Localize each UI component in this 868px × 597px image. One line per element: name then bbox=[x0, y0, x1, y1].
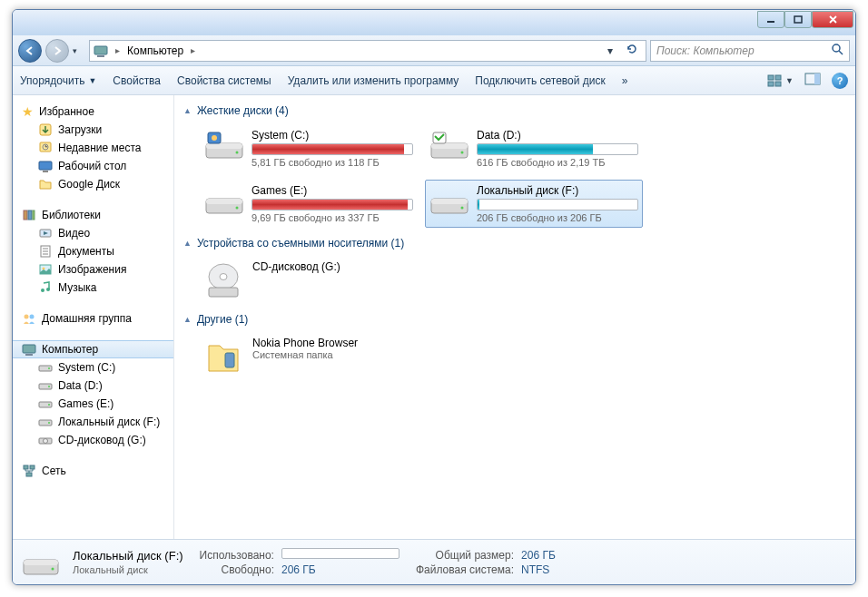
section-other[interactable]: ▲ Другие (1) bbox=[183, 313, 846, 326]
desktop-icon bbox=[38, 159, 53, 173]
status-used-bar bbox=[281, 548, 399, 559]
svg-rect-6 bbox=[768, 75, 774, 80]
section-removable[interactable]: ▲ Устройства со съемными носителями (1) bbox=[183, 237, 846, 250]
sidebar-computer[interactable]: Компьютер bbox=[13, 340, 173, 358]
network-icon bbox=[22, 464, 36, 478]
documents-icon bbox=[38, 244, 53, 259]
drive-usage-bar bbox=[477, 199, 638, 210]
drive-name: System (C:) bbox=[252, 129, 413, 142]
sidebar-favorites[interactable]: ★ Избранное bbox=[13, 103, 173, 121]
organize-menu[interactable]: Упорядочить ▼ bbox=[20, 74, 96, 87]
drive-icon bbox=[22, 547, 60, 578]
help-icon[interactable]: ? bbox=[832, 73, 848, 89]
forward-button[interactable] bbox=[45, 39, 69, 63]
sidebar-homegroup[interactable]: Домашняя группа bbox=[13, 309, 173, 328]
nav-pane: ★ Избранное Загрузки Недавние места Рабо… bbox=[13, 95, 174, 539]
breadcrumb-computer[interactable]: Компьютер bbox=[127, 44, 183, 57]
drive-tile[interactable]: Games (E:) 9,69 ГБ свободно из 337 ГБ bbox=[200, 180, 418, 228]
breadcrumb-separator-icon: ▸ bbox=[189, 45, 197, 55]
view-options-button[interactable]: ▼ bbox=[767, 74, 794, 87]
minimize-button[interactable] bbox=[757, 11, 784, 28]
status-fs-label: Файловая система: bbox=[416, 563, 514, 576]
svg-rect-44 bbox=[30, 465, 35, 469]
preview-pane-button[interactable] bbox=[804, 73, 821, 88]
svg-rect-59 bbox=[431, 199, 468, 204]
svg-rect-0 bbox=[767, 21, 774, 23]
drive-icon bbox=[204, 129, 244, 161]
sidebar-item-videos[interactable]: Видео bbox=[13, 224, 173, 242]
address-history-dropdown[interactable]: ▾ bbox=[604, 44, 616, 57]
sidebar-item-downloads[interactable]: Загрузки bbox=[13, 121, 173, 139]
drive-tile[interactable]: Локальный диск (F:) 206 ГБ свободно из 2… bbox=[425, 180, 643, 228]
sidebar-item-drive-c[interactable]: System (C:) bbox=[13, 358, 173, 377]
properties-button[interactable]: Свойства bbox=[113, 74, 161, 87]
sidebar-item-desktop[interactable]: Рабочий стол bbox=[13, 157, 173, 175]
sidebar-item-music[interactable]: Музыка bbox=[13, 279, 173, 297]
refresh-icon[interactable] bbox=[622, 43, 642, 58]
device-name: CD-дисковод (G:) bbox=[252, 260, 340, 273]
sidebar-item-drive-e[interactable]: Games (E:) bbox=[13, 395, 173, 413]
sidebar-item-pictures[interactable]: Изображения bbox=[13, 260, 173, 279]
svg-point-27 bbox=[41, 289, 44, 292]
drive-icon bbox=[38, 360, 53, 375]
removable-device[interactable]: CD-дисковод (G:) bbox=[200, 257, 846, 304]
status-drive-type: Локальный диск bbox=[73, 564, 183, 575]
drive-free-text: 9,69 ГБ свободно из 337 ГБ bbox=[252, 212, 413, 223]
search-placeholder: Поиск: Компьютер bbox=[656, 44, 755, 57]
status-total-value: 206 ГБ bbox=[521, 549, 556, 562]
libraries-icon bbox=[22, 208, 36, 222]
video-icon bbox=[38, 226, 53, 240]
nav-history-dropdown[interactable]: ▾ bbox=[73, 46, 85, 55]
status-free-value: 206 ГБ bbox=[281, 563, 399, 576]
drive-icon bbox=[429, 129, 469, 161]
recent-icon bbox=[38, 141, 53, 155]
sidebar-item-drive-d[interactable]: Data (D:) bbox=[13, 377, 173, 395]
details-pane: Локальный диск (F:) Локальный диск Испол… bbox=[13, 539, 855, 584]
drive-name: Локальный диск (F:) bbox=[477, 184, 638, 197]
drive-tile[interactable]: System (C:) 5,81 ГБ свободно из 118 ГБ bbox=[200, 124, 418, 172]
map-network-drive-button[interactable]: Подключить сетевой диск bbox=[475, 74, 605, 87]
svg-point-50 bbox=[212, 135, 217, 141]
content-pane: ▲ Жесткие диски (4) System (C:) 5,81 ГБ … bbox=[174, 95, 855, 539]
system-properties-button[interactable]: Свойства системы bbox=[177, 74, 271, 87]
back-button[interactable] bbox=[18, 39, 42, 63]
svg-rect-15 bbox=[39, 161, 52, 170]
svg-rect-16 bbox=[43, 171, 48, 172]
sidebar-item-drive-g[interactable]: CD-дисковод (G:) bbox=[13, 431, 173, 449]
svg-point-38 bbox=[48, 404, 50, 406]
uninstall-program-button[interactable]: Удалить или изменить программу bbox=[288, 74, 459, 87]
star-icon: ★ bbox=[22, 104, 34, 119]
close-button[interactable] bbox=[812, 11, 853, 28]
section-hard-disks[interactable]: ▲ Жесткие диски (4) bbox=[183, 104, 846, 117]
search-icon[interactable] bbox=[831, 43, 843, 58]
sidebar-item-drive-f[interactable]: Локальный диск (F:) bbox=[13, 413, 173, 431]
drive-usage-bar bbox=[477, 143, 638, 155]
svg-rect-31 bbox=[23, 345, 35, 353]
sidebar-item-recent[interactable]: Недавние места bbox=[13, 139, 173, 157]
drive-icon bbox=[38, 415, 53, 429]
cd-drive-icon bbox=[203, 260, 243, 300]
maximize-button[interactable] bbox=[784, 11, 812, 28]
sidebar-libraries[interactable]: Библиотеки bbox=[13, 206, 173, 224]
sidebar-network[interactable]: Сеть bbox=[13, 462, 173, 480]
body: ★ Избранное Загрузки Недавние места Рабо… bbox=[13, 95, 855, 539]
svg-point-40 bbox=[48, 422, 50, 424]
svg-rect-2 bbox=[94, 46, 107, 54]
sidebar-item-documents[interactable]: Документы bbox=[13, 242, 173, 260]
drives-list: System (C:) 5,81 ГБ свободно из 118 ГБ D… bbox=[200, 124, 846, 228]
drive-icon bbox=[38, 378, 53, 393]
sidebar-item-google-drive[interactable]: Google Диск bbox=[13, 175, 173, 193]
status-used-label: Использовано: bbox=[200, 549, 274, 562]
svg-point-30 bbox=[30, 315, 35, 319]
command-bar: Упорядочить ▼ Свойства Свойства системы … bbox=[13, 66, 855, 95]
pictures-icon bbox=[38, 262, 53, 277]
other-device[interactable]: Nokia Phone Browser Системная папка bbox=[200, 333, 846, 380]
drive-tile[interactable]: Data (D:) 616 ГБ свободно из 2,19 ТБ bbox=[425, 124, 643, 172]
explorer-window: ▾ ▸ Компьютер ▸ ▾ Поиск: Компьютер Упоря… bbox=[12, 9, 856, 585]
address-bar[interactable]: ▸ Компьютер ▸ ▾ bbox=[89, 40, 646, 62]
toolbar-overflow[interactable]: » bbox=[622, 74, 628, 87]
drive-icon bbox=[429, 184, 469, 217]
computer-icon bbox=[94, 44, 108, 58]
drive-free-text: 206 ГБ свободно из 206 ГБ bbox=[477, 212, 638, 223]
search-box[interactable]: Поиск: Компьютер bbox=[650, 40, 850, 62]
